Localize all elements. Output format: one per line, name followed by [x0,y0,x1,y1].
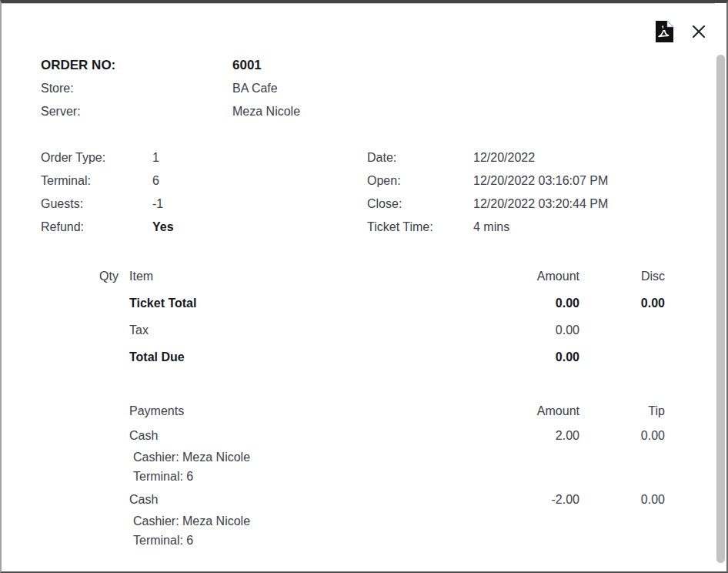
guests-value: -1 [152,197,163,211]
scrollbar-track[interactable] [715,3,726,571]
ticket-time-row: Ticket Time: 4 mins [367,216,608,239]
store-row: Store: BA Cafe [41,77,300,100]
item-cell: Total Due [119,350,487,364]
payment-tip: 0.00 [579,429,665,443]
ticket-time-value: 4 mins [473,220,509,234]
item-cell: Tax [119,323,487,337]
order-type-row: Order Type: 1 [41,146,174,169]
payment-main-row: Cash 2.00 0.00 [88,424,665,447]
payment-row-cash-2: Cash -2.00 0.00 Cashier: Meza Nicole Ter… [88,488,665,550]
payment-amount-header: Amount [487,404,579,418]
order-number-label: ORDER NO: [41,58,232,73]
item-header: Item [119,270,487,283]
close-button[interactable] [688,21,710,42]
payments-header: Payments [88,404,487,418]
modal-toolbar [653,18,710,45]
payment-cashier-detail: Cashier: Meza Nicole [88,447,665,467]
close-label: Close: [367,197,473,211]
payment-amount: 2.00 [487,429,579,443]
server-value: Meza Nicole [232,105,300,119]
payment-amount: -2.00 [487,493,579,507]
server-row: Server: Meza Nicole [41,100,300,123]
order-details-right: Date: 12/20/2022 Open: 12/20/2022 03:16:… [367,146,608,239]
payment-main-row: Cash -2.00 0.00 [88,488,665,511]
order-type-value: 1 [152,151,159,165]
date-value: 12/20/2022 [473,151,535,165]
order-details-left: Order Type: 1 Terminal: 6 Guests: -1 Ref… [41,146,174,239]
order-number-row: ORDER NO: 6001 [41,54,300,77]
ticket-time-label: Ticket Time: [367,220,473,234]
payment-cashier-detail: Cashier: Meza Nicole [88,511,665,531]
amount-cell: 0.00 [487,350,579,364]
open-value: 12/20/2022 03:16:07 PM [473,174,608,188]
refund-value: Yes [152,220,174,234]
close-value: 12/20/2022 03:20:44 PM [473,197,608,211]
disc-cell: 0.00 [579,297,665,310]
export-pdf-button[interactable] [653,18,676,45]
table-row-tax: Tax 0.00 [88,317,665,343]
order-detail-modal: ORDER NO: 6001 Store: BA Cafe Server: Me… [0,0,728,573]
open-label: Open: [367,174,473,188]
close-row: Close: 12/20/2022 03:20:44 PM [367,193,608,216]
payment-terminal-detail: Terminal: 6 [88,531,665,550]
payments-table-header: Payments Amount Tip [88,397,665,424]
store-value: BA Cafe [232,82,278,96]
store-label: Store: [41,82,232,96]
refund-row: Refund: Yes [41,216,174,239]
payment-terminal-detail: Terminal: 6 [88,467,665,486]
payment-name: Cash [88,429,487,443]
pdf-file-icon [654,20,674,43]
payment-name: Cash [88,493,487,507]
date-label: Date: [367,151,473,165]
order-summary-section: ORDER NO: 6001 Store: BA Cafe Server: Me… [41,54,300,123]
scrollbar-thumb[interactable] [716,55,725,563]
table-row-total-due: Total Due 0.00 [88,343,665,370]
amount-header: Amount [487,270,579,283]
disc-header: Disc [579,270,665,283]
top-divider [2,3,726,4]
payment-row-cash-1: Cash 2.00 0.00 Cashier: Meza Nicole Term… [88,424,665,486]
items-table: Qty Item Amount Disc Ticket Total 0.00 0… [88,263,665,370]
server-label: Server: [41,105,232,119]
terminal-row: Terminal: 6 [41,169,174,193]
refund-label: Refund: [41,220,152,234]
order-number-value: 6001 [232,58,262,73]
order-type-label: Order Type: [41,151,152,165]
terminal-value: 6 [152,174,159,188]
item-cell: Ticket Total [119,297,487,310]
table-row-ticket-total: Ticket Total 0.00 0.00 [88,290,665,317]
amount-cell: 0.00 [487,323,579,337]
payment-tip: 0.00 [579,493,665,507]
items-table-header: Qty Item Amount Disc [88,263,665,290]
tip-header: Tip [579,404,665,418]
guests-row: Guests: -1 [41,193,174,216]
open-row: Open: 12/20/2022 03:16:07 PM [367,169,608,193]
payments-table: Payments Amount Tip Cash 2.00 0.00 Cashi… [88,397,665,550]
terminal-label: Terminal: [41,174,152,188]
amount-cell: 0.00 [487,297,579,310]
qty-header: Qty [88,270,119,283]
guests-label: Guests: [41,197,152,211]
date-row: Date: 12/20/2022 [367,146,608,169]
close-x-icon [690,22,708,41]
